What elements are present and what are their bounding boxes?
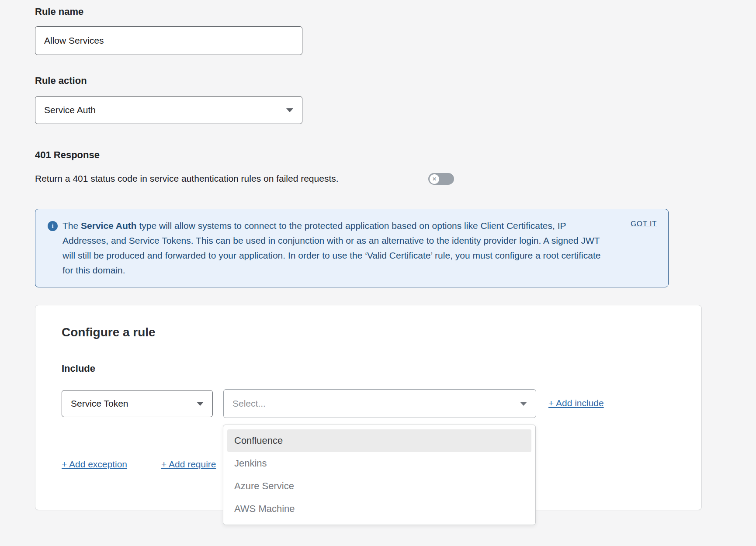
x-icon: ✕ xyxy=(432,176,437,182)
menu-option-aws-machine[interactable]: AWS Machine xyxy=(227,498,531,520)
info-banner: i The Service Auth type will allow syste… xyxy=(35,209,669,287)
add-exception-link[interactable]: + Add exception xyxy=(62,459,127,470)
info-icon: i xyxy=(48,221,58,231)
access-rule-form-page: Rule name Rule action Service Auth 401 R… xyxy=(0,0,756,546)
menu-option-confluence[interactable]: Confluence xyxy=(227,429,531,452)
info-banner-text: The Service Auth type will allow systems… xyxy=(62,218,602,278)
rule-action-select[interactable]: Service Auth xyxy=(35,96,302,124)
chevron-down-icon xyxy=(286,108,293,112)
menu-option-jenkins[interactable]: Jenkins xyxy=(227,452,531,475)
configure-rule-title: Configure a rule xyxy=(62,325,156,339)
chevron-down-icon xyxy=(197,402,204,406)
rule-name-input[interactable] xyxy=(35,26,302,55)
got-it-link[interactable]: GOT IT xyxy=(631,220,657,228)
banner-text-prefix: The xyxy=(62,221,81,231)
banner-text-suffix: type will allow systems to connect to th… xyxy=(62,221,600,275)
response-401-heading: 401 Response xyxy=(35,149,100,161)
add-require-link[interactable]: + Add require xyxy=(161,459,216,470)
chevron-down-icon xyxy=(520,402,527,406)
banner-text-bold: Service Auth xyxy=(81,221,137,231)
include-type-selected-value: Service Token xyxy=(71,398,128,409)
include-type-select[interactable]: Service Token xyxy=(62,390,213,417)
rule-name-label: Rule name xyxy=(35,6,83,17)
response-401-toggle[interactable]: ✕ xyxy=(428,173,454,185)
rule-action-selected-value: Service Auth xyxy=(44,105,96,115)
include-options-menu: Confluence Jenkins Azure Service AWS Mac… xyxy=(223,425,536,525)
include-label: Include xyxy=(62,363,95,374)
add-include-link[interactable]: + Add include xyxy=(548,398,604,408)
menu-option-azure-service[interactable]: Azure Service xyxy=(227,475,531,498)
include-value-select[interactable]: Select... xyxy=(223,389,536,418)
toggle-knob: ✕ xyxy=(430,174,439,184)
rule-action-label: Rule action xyxy=(35,75,87,86)
response-401-description: Return a 401 status code in service auth… xyxy=(35,173,339,184)
include-value-placeholder: Select... xyxy=(232,398,266,409)
